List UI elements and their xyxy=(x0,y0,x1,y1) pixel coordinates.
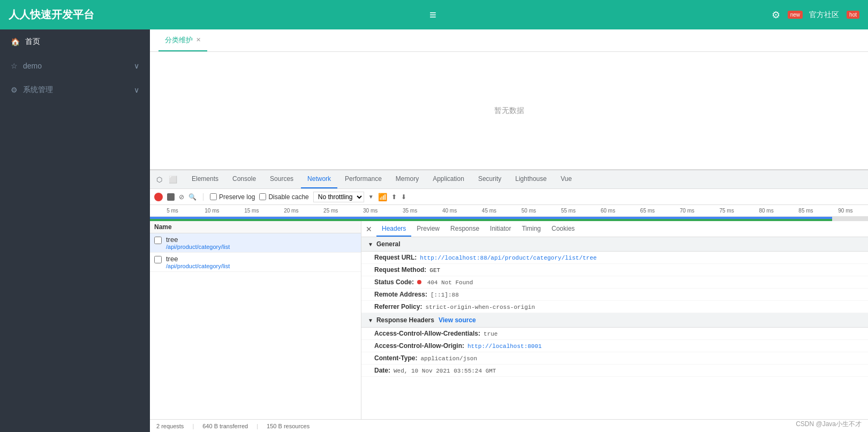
sidebar-item-demo[interactable]: ☆ demo ∨ xyxy=(0,54,150,78)
request-name-top-2: tree xyxy=(166,255,230,263)
tab-sources[interactable]: Sources xyxy=(263,170,300,188)
record-button[interactable] xyxy=(154,193,163,201)
request-checkbox-1[interactable] xyxy=(154,237,162,244)
request-name-1: tree /api/product/category/list xyxy=(166,236,230,250)
tab-application[interactable]: Application xyxy=(426,170,471,188)
progress-bar xyxy=(150,217,868,221)
hot-badge: hot xyxy=(847,11,859,19)
search-icon[interactable]: 🔍 xyxy=(188,193,197,201)
details-close-button[interactable]: ✕ xyxy=(366,225,372,233)
tl-20ms: 20 ms xyxy=(271,208,311,214)
tab-close-category[interactable]: ✕ xyxy=(196,36,201,43)
tab-bar: 分类维护 ✕ xyxy=(150,29,868,52)
table-row[interactable]: tree /api/product/category/list xyxy=(150,233,361,253)
tab-performance[interactable]: Performance xyxy=(338,170,388,188)
request-name-path-2: /api/product/category/list xyxy=(166,263,230,269)
filter-icon[interactable]: ⊘ xyxy=(179,193,184,201)
tl-50ms: 50 ms xyxy=(509,208,548,214)
download-icon[interactable]: ⬇ xyxy=(401,193,406,201)
name-column-header: Name xyxy=(154,223,172,231)
referrer-policy-key: Referrer Policy: xyxy=(374,303,422,310)
request-url-key: Request URL: xyxy=(374,254,417,261)
date-val: Wed, 10 Nov 2021 03:55:24 GMT xyxy=(394,368,496,374)
tl-5ms: 5 ms xyxy=(153,208,192,214)
app-title: 人人快速开发平台 xyxy=(9,7,94,22)
tl-30ms: 30 ms xyxy=(351,208,390,214)
cursor-icon[interactable]: ⬡ xyxy=(154,175,164,184)
menu-icon[interactable]: ≡ xyxy=(429,8,436,21)
resources-size: 150 B resources xyxy=(267,423,310,429)
tl-90ms: 90 ms xyxy=(826,208,865,214)
tab-lighthouse[interactable]: Lighthouse xyxy=(509,170,553,188)
table-row[interactable]: tree /api/product/category/list xyxy=(150,253,361,272)
tab-elements[interactable]: Elements xyxy=(185,170,225,188)
demo-icon: ☆ xyxy=(11,62,18,70)
community-label[interactable]: 官方社区 xyxy=(809,10,839,20)
new-badge: new xyxy=(788,11,803,19)
status-code-key: Status Code: xyxy=(374,278,414,286)
tl-15ms: 15 ms xyxy=(232,208,271,214)
request-name-top-1: tree xyxy=(166,236,230,244)
tl-45ms: 45 ms xyxy=(470,208,509,214)
sidebar-item-label-demo: demo xyxy=(23,62,42,70)
sidebar-item-label-home: 首页 xyxy=(25,37,40,47)
disable-cache-label[interactable]: Disable cache xyxy=(259,193,308,201)
throttle-select[interactable]: No throttling xyxy=(313,192,364,202)
tab-timing[interactable]: Timing xyxy=(516,221,546,237)
wifi-icon: 📶 xyxy=(378,193,387,201)
tab-memory[interactable]: Memory xyxy=(389,170,425,188)
tab-network[interactable]: Network xyxy=(301,170,337,188)
tab-initiator[interactable]: Initiator xyxy=(485,221,516,237)
remote-address-row: Remote Address: [::1]:88 xyxy=(361,289,868,301)
tab-cookies[interactable]: Cookies xyxy=(546,221,580,237)
tab-console[interactable]: Console xyxy=(226,170,262,188)
tl-55ms: 55 ms xyxy=(548,208,588,214)
device-icon[interactable]: ⬜ xyxy=(168,175,178,184)
tl-70ms: 70 ms xyxy=(667,208,707,214)
content-type-key: Content-Type: xyxy=(374,354,417,362)
response-headers-arrow-icon: ▼ xyxy=(368,317,373,323)
stop-button[interactable] xyxy=(167,193,175,201)
status-code-val: 404 Not Found xyxy=(417,279,473,286)
details-panel: ✕ Headers Preview Response Initiator Tim… xyxy=(361,221,868,419)
network-toolbar: ⊘ 🔍 Preserve log Disable cache No thrott… xyxy=(150,189,868,205)
referrer-policy-val: strict-origin-when-cross-origin xyxy=(425,304,535,310)
disable-cache-text: Disable cache xyxy=(268,193,308,201)
tab-category[interactable]: 分类维护 ✕ xyxy=(158,29,207,51)
disable-cache-checkbox[interactable] xyxy=(259,193,266,200)
tl-25ms: 25 ms xyxy=(311,208,351,214)
tab-headers[interactable]: Headers xyxy=(376,221,411,237)
tab-preview[interactable]: Preview xyxy=(411,221,445,237)
tl-85ms: 85 ms xyxy=(786,208,826,214)
network-content: Name tree /api/product/category/list tre… xyxy=(150,221,868,419)
sidebar-item-home[interactable]: 🏠 首页 xyxy=(0,29,150,54)
tl-60ms: 60 ms xyxy=(588,208,628,214)
app-bar-right: ⚙ new 官方社区 hot xyxy=(772,9,859,21)
tab-label-category: 分类维护 xyxy=(165,35,193,45)
tab-security[interactable]: Security xyxy=(472,170,508,188)
acac-key: Access-Control-Allow-Credentials: xyxy=(374,330,480,337)
preserve-log-checkbox[interactable] xyxy=(210,193,217,200)
tab-response[interactable]: Response xyxy=(445,221,485,237)
sidebar-item-sysadmin[interactable]: ⚙ 系统管理 ∨ xyxy=(0,78,150,102)
response-headers-section-header[interactable]: ▼ Response Headers View source xyxy=(361,313,868,328)
details-tabs: ✕ Headers Preview Response Initiator Tim… xyxy=(361,221,868,237)
devtools: ⬡ ⬜ Elements Console Sources Network Per… xyxy=(150,170,868,432)
tl-35ms: 35 ms xyxy=(390,208,430,214)
tab-vue[interactable]: Vue xyxy=(554,170,578,188)
transferred-size: 640 B transferred xyxy=(202,423,248,429)
upload-icon[interactable]: ⬆ xyxy=(391,193,397,201)
gear-icon[interactable]: ⚙ xyxy=(772,9,780,21)
request-method-row: Request Method: GET xyxy=(361,264,868,276)
chevron-down-icon-sysadmin: ∨ xyxy=(134,86,139,94)
view-source-link[interactable]: View source xyxy=(439,316,476,324)
referrer-policy-row: Referrer Policy: strict-origin-when-cros… xyxy=(361,301,868,313)
sysadmin-icon: ⚙ xyxy=(11,86,18,94)
request-url-row: Request URL: http://localhost:88/api/pro… xyxy=(361,252,868,264)
acac-val: true xyxy=(484,331,497,337)
general-section-header[interactable]: ▼ General xyxy=(361,237,868,252)
request-checkbox-2[interactable] xyxy=(154,256,162,263)
no-data-label: 暂无数据 xyxy=(494,106,524,116)
throttle-arrow[interactable]: ▼ xyxy=(368,194,374,200)
preserve-log-label[interactable]: Preserve log xyxy=(210,193,255,201)
